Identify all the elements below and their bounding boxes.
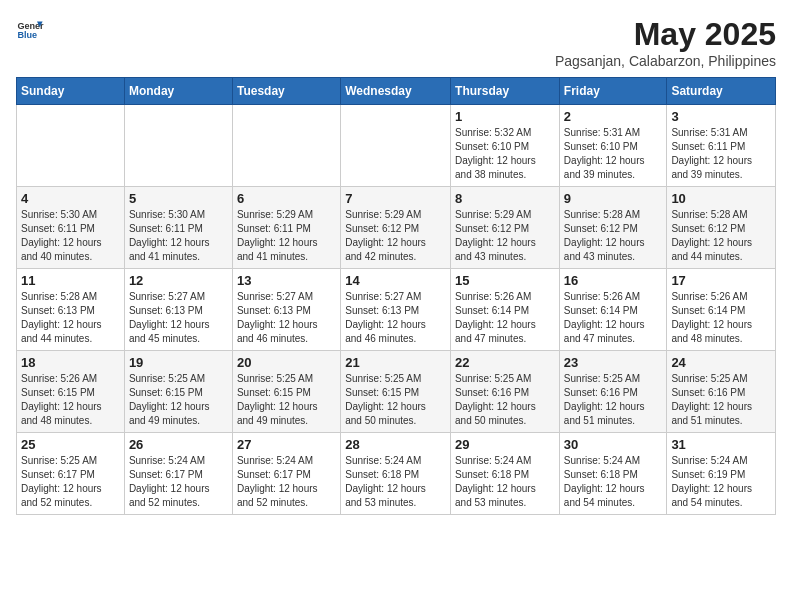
page-header: General Blue May 2025 Pagsanjan, Calabar… — [16, 16, 776, 69]
day-cell: 29Sunrise: 5:24 AM Sunset: 6:18 PM Dayli… — [451, 433, 560, 515]
week-row-5: 25Sunrise: 5:25 AM Sunset: 6:17 PM Dayli… — [17, 433, 776, 515]
day-info: Sunrise: 5:27 AM Sunset: 6:13 PM Dayligh… — [129, 290, 228, 346]
day-number: 6 — [237, 191, 336, 206]
day-cell: 6Sunrise: 5:29 AM Sunset: 6:11 PM Daylig… — [232, 187, 340, 269]
day-number: 10 — [671, 191, 771, 206]
day-info: Sunrise: 5:24 AM Sunset: 6:19 PM Dayligh… — [671, 454, 771, 510]
day-cell: 26Sunrise: 5:24 AM Sunset: 6:17 PM Dayli… — [124, 433, 232, 515]
header-friday: Friday — [559, 78, 667, 105]
title-block: May 2025 Pagsanjan, Calabarzon, Philippi… — [555, 16, 776, 69]
day-info: Sunrise: 5:24 AM Sunset: 6:17 PM Dayligh… — [237, 454, 336, 510]
day-cell: 19Sunrise: 5:25 AM Sunset: 6:15 PM Dayli… — [124, 351, 232, 433]
day-info: Sunrise: 5:24 AM Sunset: 6:18 PM Dayligh… — [345, 454, 446, 510]
day-info: Sunrise: 5:29 AM Sunset: 6:12 PM Dayligh… — [455, 208, 555, 264]
day-cell: 4Sunrise: 5:30 AM Sunset: 6:11 PM Daylig… — [17, 187, 125, 269]
day-cell: 13Sunrise: 5:27 AM Sunset: 6:13 PM Dayli… — [232, 269, 340, 351]
day-number: 1 — [455, 109, 555, 124]
day-number: 19 — [129, 355, 228, 370]
week-row-4: 18Sunrise: 5:26 AM Sunset: 6:15 PM Dayli… — [17, 351, 776, 433]
header-monday: Monday — [124, 78, 232, 105]
logo: General Blue — [16, 16, 48, 44]
day-cell: 20Sunrise: 5:25 AM Sunset: 6:15 PM Dayli… — [232, 351, 340, 433]
week-row-2: 4Sunrise: 5:30 AM Sunset: 6:11 PM Daylig… — [17, 187, 776, 269]
day-info: Sunrise: 5:27 AM Sunset: 6:13 PM Dayligh… — [345, 290, 446, 346]
day-cell: 24Sunrise: 5:25 AM Sunset: 6:16 PM Dayli… — [667, 351, 776, 433]
day-cell: 12Sunrise: 5:27 AM Sunset: 6:13 PM Dayli… — [124, 269, 232, 351]
day-cell: 31Sunrise: 5:24 AM Sunset: 6:19 PM Dayli… — [667, 433, 776, 515]
day-info: Sunrise: 5:30 AM Sunset: 6:11 PM Dayligh… — [21, 208, 120, 264]
logo-icon: General Blue — [16, 16, 44, 44]
day-info: Sunrise: 5:24 AM Sunset: 6:17 PM Dayligh… — [129, 454, 228, 510]
day-info: Sunrise: 5:26 AM Sunset: 6:14 PM Dayligh… — [455, 290, 555, 346]
day-cell — [124, 105, 232, 187]
day-info: Sunrise: 5:26 AM Sunset: 6:14 PM Dayligh… — [564, 290, 663, 346]
header-sunday: Sunday — [17, 78, 125, 105]
week-row-3: 11Sunrise: 5:28 AM Sunset: 6:13 PM Dayli… — [17, 269, 776, 351]
svg-text:Blue: Blue — [17, 30, 37, 40]
day-cell: 28Sunrise: 5:24 AM Sunset: 6:18 PM Dayli… — [341, 433, 451, 515]
day-number: 9 — [564, 191, 663, 206]
day-number: 17 — [671, 273, 771, 288]
day-info: Sunrise: 5:29 AM Sunset: 6:12 PM Dayligh… — [345, 208, 446, 264]
day-cell: 2Sunrise: 5:31 AM Sunset: 6:10 PM Daylig… — [559, 105, 667, 187]
day-number: 5 — [129, 191, 228, 206]
day-info: Sunrise: 5:32 AM Sunset: 6:10 PM Dayligh… — [455, 126, 555, 182]
day-info: Sunrise: 5:28 AM Sunset: 6:12 PM Dayligh… — [564, 208, 663, 264]
day-number: 12 — [129, 273, 228, 288]
day-info: Sunrise: 5:27 AM Sunset: 6:13 PM Dayligh… — [237, 290, 336, 346]
day-info: Sunrise: 5:26 AM Sunset: 6:14 PM Dayligh… — [671, 290, 771, 346]
day-cell: 30Sunrise: 5:24 AM Sunset: 6:18 PM Dayli… — [559, 433, 667, 515]
day-info: Sunrise: 5:24 AM Sunset: 6:18 PM Dayligh… — [564, 454, 663, 510]
day-number: 4 — [21, 191, 120, 206]
day-info: Sunrise: 5:25 AM Sunset: 6:16 PM Dayligh… — [671, 372, 771, 428]
day-info: Sunrise: 5:25 AM Sunset: 6:16 PM Dayligh… — [455, 372, 555, 428]
day-number: 21 — [345, 355, 446, 370]
day-number: 31 — [671, 437, 771, 452]
day-number: 27 — [237, 437, 336, 452]
day-cell: 8Sunrise: 5:29 AM Sunset: 6:12 PM Daylig… — [451, 187, 560, 269]
week-row-1: 1Sunrise: 5:32 AM Sunset: 6:10 PM Daylig… — [17, 105, 776, 187]
day-cell: 25Sunrise: 5:25 AM Sunset: 6:17 PM Dayli… — [17, 433, 125, 515]
subtitle: Pagsanjan, Calabarzon, Philippines — [555, 53, 776, 69]
header-thursday: Thursday — [451, 78, 560, 105]
day-info: Sunrise: 5:25 AM Sunset: 6:15 PM Dayligh… — [237, 372, 336, 428]
day-number: 23 — [564, 355, 663, 370]
day-cell: 5Sunrise: 5:30 AM Sunset: 6:11 PM Daylig… — [124, 187, 232, 269]
day-info: Sunrise: 5:29 AM Sunset: 6:11 PM Dayligh… — [237, 208, 336, 264]
day-number: 16 — [564, 273, 663, 288]
day-info: Sunrise: 5:30 AM Sunset: 6:11 PM Dayligh… — [129, 208, 228, 264]
day-number: 24 — [671, 355, 771, 370]
day-info: Sunrise: 5:25 AM Sunset: 6:15 PM Dayligh… — [129, 372, 228, 428]
day-cell: 17Sunrise: 5:26 AM Sunset: 6:14 PM Dayli… — [667, 269, 776, 351]
day-cell: 23Sunrise: 5:25 AM Sunset: 6:16 PM Dayli… — [559, 351, 667, 433]
header-wednesday: Wednesday — [341, 78, 451, 105]
day-info: Sunrise: 5:25 AM Sunset: 6:16 PM Dayligh… — [564, 372, 663, 428]
day-number: 8 — [455, 191, 555, 206]
day-cell: 18Sunrise: 5:26 AM Sunset: 6:15 PM Dayli… — [17, 351, 125, 433]
day-number: 22 — [455, 355, 555, 370]
day-number: 15 — [455, 273, 555, 288]
day-number: 30 — [564, 437, 663, 452]
day-number: 29 — [455, 437, 555, 452]
day-cell: 15Sunrise: 5:26 AM Sunset: 6:14 PM Dayli… — [451, 269, 560, 351]
day-number: 18 — [21, 355, 120, 370]
day-cell — [17, 105, 125, 187]
day-info: Sunrise: 5:28 AM Sunset: 6:12 PM Dayligh… — [671, 208, 771, 264]
day-cell — [232, 105, 340, 187]
day-number: 3 — [671, 109, 771, 124]
day-cell: 10Sunrise: 5:28 AM Sunset: 6:12 PM Dayli… — [667, 187, 776, 269]
day-info: Sunrise: 5:31 AM Sunset: 6:11 PM Dayligh… — [671, 126, 771, 182]
day-info: Sunrise: 5:26 AM Sunset: 6:15 PM Dayligh… — [21, 372, 120, 428]
day-number: 28 — [345, 437, 446, 452]
header-saturday: Saturday — [667, 78, 776, 105]
day-cell: 27Sunrise: 5:24 AM Sunset: 6:17 PM Dayli… — [232, 433, 340, 515]
day-cell — [341, 105, 451, 187]
day-cell: 7Sunrise: 5:29 AM Sunset: 6:12 PM Daylig… — [341, 187, 451, 269]
day-cell: 3Sunrise: 5:31 AM Sunset: 6:11 PM Daylig… — [667, 105, 776, 187]
header-row: SundayMondayTuesdayWednesdayThursdayFrid… — [17, 78, 776, 105]
day-number: 20 — [237, 355, 336, 370]
calendar-table: SundayMondayTuesdayWednesdayThursdayFrid… — [16, 77, 776, 515]
day-cell: 21Sunrise: 5:25 AM Sunset: 6:15 PM Dayli… — [341, 351, 451, 433]
day-info: Sunrise: 5:25 AM Sunset: 6:15 PM Dayligh… — [345, 372, 446, 428]
day-cell: 1Sunrise: 5:32 AM Sunset: 6:10 PM Daylig… — [451, 105, 560, 187]
